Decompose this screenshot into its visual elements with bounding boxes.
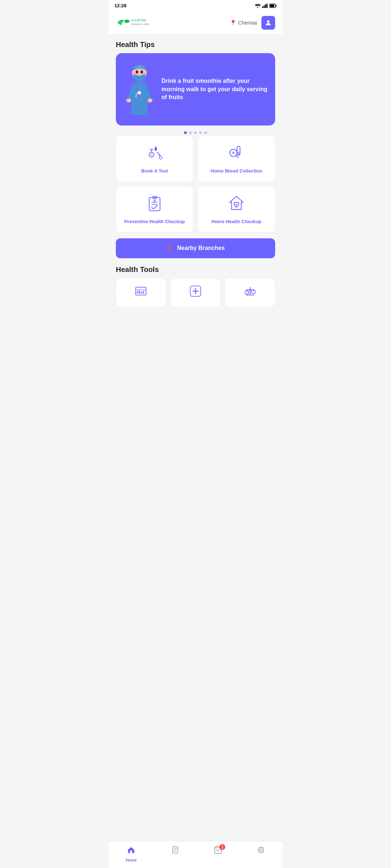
firstaid-icon	[189, 285, 202, 300]
location-button[interactable]: 📍 Chennai	[230, 20, 257, 26]
svg-rect-39	[139, 290, 140, 294]
preventive-health-card[interactable]: Preventive Health Checkup	[116, 186, 193, 233]
svg-rect-40	[141, 292, 142, 294]
dot-2[interactable]	[189, 131, 192, 134]
logo-container: AARTHI SCANS & LABS	[116, 16, 159, 30]
nav-home[interactable]: Home	[120, 844, 143, 864]
svg-rect-2	[264, 5, 265, 8]
svg-point-58	[260, 849, 262, 851]
svg-point-13	[136, 71, 138, 74]
offers-nav-icon	[257, 846, 265, 856]
nav-reports[interactable]	[165, 844, 185, 864]
nearby-branches-label: Nearby Branches	[177, 245, 225, 251]
book-test-label: Book A Test	[141, 168, 168, 174]
svg-point-14	[140, 71, 143, 74]
location-text: Chennai	[238, 20, 257, 26]
tool-card-firstaid[interactable]	[171, 278, 221, 307]
header: AARTHI SCANS & LABS 📍 Chennai	[109, 11, 282, 35]
cart-nav-icon: 1	[214, 846, 222, 856]
svg-text:SCANS & LABS: SCANS & LABS	[131, 23, 149, 25]
svg-rect-24	[237, 152, 240, 155]
tool-card-bmi[interactable]	[116, 278, 166, 307]
svg-rect-38	[137, 291, 139, 294]
status-time: 12:28	[114, 3, 126, 8]
svg-rect-1	[262, 7, 263, 8]
svg-point-21	[150, 153, 153, 156]
profile-button[interactable]	[261, 16, 275, 30]
svg-text:AARTHI: AARTHI	[131, 18, 146, 22]
status-bar: 12:28	[109, 0, 282, 11]
home-blood-icon	[227, 143, 245, 165]
home-nav-label: Home	[126, 858, 137, 862]
status-icons	[255, 4, 277, 8]
svg-point-10	[267, 20, 270, 23]
svg-rect-4	[266, 4, 268, 8]
doctor-svg	[123, 62, 156, 119]
svg-rect-7	[276, 5, 277, 7]
svg-line-26	[236, 155, 238, 158]
home-health-label: Home Health Checkup	[211, 219, 261, 225]
wifi-icon	[255, 4, 261, 8]
svg-point-15	[126, 98, 131, 102]
preventive-icon	[146, 194, 164, 215]
health-tip-text: Drink a fruit smoothie after your mornin…	[161, 77, 268, 101]
doctor-illustration	[123, 62, 156, 116]
bottom-navigation: Home 1	[109, 841, 282, 868]
nearby-pin-icon: 📍	[166, 245, 173, 252]
health-tips-card: Drink a fruit smoothie after your mornin…	[116, 53, 275, 125]
logo-image: AARTHI SCANS & LABS	[116, 16, 159, 30]
home-blood-label: Home Blood Collection	[211, 168, 262, 174]
service-grid: Book A Test Home Blood Collection	[116, 136, 275, 233]
carousel-dots	[116, 131, 275, 134]
svg-point-0	[257, 7, 258, 8]
cart-badge: 1	[219, 844, 225, 850]
home-nav-icon	[127, 846, 135, 856]
svg-point-16	[148, 98, 153, 102]
svg-rect-12	[135, 66, 144, 68]
home-health-icon	[227, 194, 245, 215]
svg-point-17	[138, 91, 141, 94]
home-health-checkup-card[interactable]: Home Health Checkup	[198, 186, 275, 233]
dot-5[interactable]	[204, 131, 207, 134]
reports-nav-icon	[171, 846, 180, 856]
health-tools-grid	[116, 278, 275, 307]
main-content: Health Tips	[109, 35, 282, 343]
book-a-test-card[interactable]: Book A Test	[116, 136, 193, 182]
header-right: 📍 Chennai	[230, 16, 275, 30]
signal-icon	[262, 4, 268, 8]
nav-offers[interactable]	[251, 844, 271, 864]
battery-icon	[269, 4, 277, 8]
svg-rect-3	[265, 4, 266, 8]
profile-icon	[265, 19, 272, 26]
health-tools-title: Health Tools	[116, 265, 275, 274]
svg-rect-52	[130, 851, 132, 853]
book-test-icon	[146, 143, 164, 165]
health-tips-title: Health Tips	[116, 41, 275, 49]
dot-3[interactable]	[194, 131, 197, 134]
preventive-label: Preventive Health Checkup	[124, 219, 185, 225]
nearby-branches-button[interactable]: 📍 Nearby Branches	[116, 238, 275, 258]
weight-icon	[244, 285, 257, 300]
nav-cart[interactable]: 1	[208, 844, 228, 864]
bmi-icon	[134, 285, 147, 300]
home-blood-collection-card[interactable]: Home Blood Collection	[198, 136, 275, 182]
tool-card-weight[interactable]	[225, 278, 275, 307]
dot-1[interactable]	[184, 131, 187, 134]
location-pin-icon: 📍	[230, 20, 237, 26]
svg-rect-6	[270, 4, 274, 7]
dot-4[interactable]	[199, 131, 202, 134]
svg-rect-41	[143, 291, 144, 294]
